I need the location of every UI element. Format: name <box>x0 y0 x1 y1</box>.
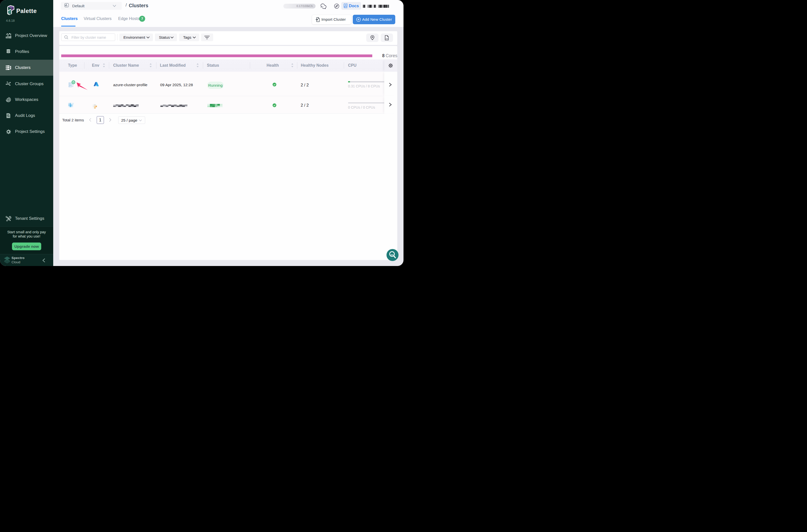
svg-text:csv: csv <box>386 38 388 39</box>
